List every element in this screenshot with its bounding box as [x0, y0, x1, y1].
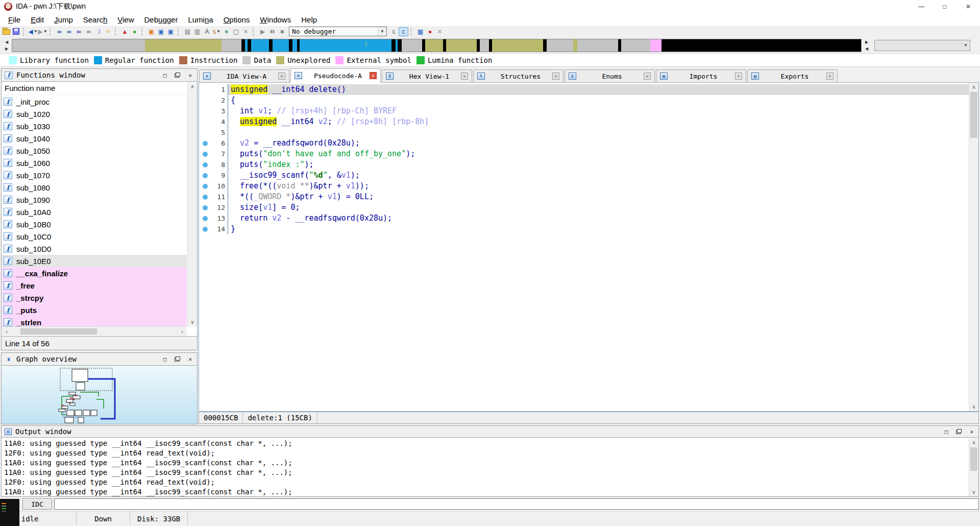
function-row[interactable]: fsub_1060: [2, 157, 187, 169]
menu-item-windows[interactable]: Windows: [255, 14, 296, 25]
tab-enums[interactable]: ≣Enums✕: [565, 69, 655, 82]
breakpoint-gutter[interactable]: [199, 84, 211, 95]
close-panel-icon[interactable]: ✕: [970, 429, 973, 435]
function-row[interactable]: f__cxa_finalize: [2, 267, 187, 279]
explore-icon[interactable]: ∗: [222, 27, 231, 36]
function-row[interactable]: fsub_1020: [2, 108, 187, 120]
output-vscrollbar[interactable]: ∧ ∨: [969, 438, 978, 496]
breakpoint-add-icon[interactable]: ●: [425, 27, 435, 36]
tab-ida-view-a[interactable]: ≡IDA View-A✕: [199, 69, 289, 82]
search-binoculars-imm-icon[interactable]: ∞: [74, 27, 84, 36]
graph-overview-minimap[interactable]: [2, 366, 197, 424]
maximize-panel-icon[interactable]: □: [945, 429, 948, 435]
maximize-button[interactable]: □: [933, 0, 957, 13]
menu-item-edit[interactable]: Edit: [26, 14, 49, 25]
float-panel-icon[interactable]: [175, 356, 180, 362]
function-row[interactable]: fsub_1090: [2, 194, 187, 206]
idc-language-button[interactable]: IDC: [22, 498, 52, 510]
function-row[interactable]: f_strlen: [2, 316, 187, 326]
breakpoint-gutter[interactable]: [199, 116, 211, 127]
function-row[interactable]: f_free: [2, 279, 187, 292]
hscroll-thumb[interactable]: [20, 328, 97, 334]
code-line[interactable]: 4 unsigned __int64 v2; // [rsp+8h] [rbp-…: [199, 116, 969, 127]
breakpoint-gutter[interactable]: [199, 224, 211, 234]
menu-item-options[interactable]: Options: [218, 14, 255, 25]
functions-column-header[interactable]: Function name: [2, 82, 197, 95]
run-script-icon[interactable]: c: [399, 27, 408, 36]
scroll-up-icon[interactable]: ∧: [969, 83, 978, 91]
pseudocode-vscrollbar[interactable]: ∧ ∨: [969, 83, 978, 411]
code-line[interactable]: 6 v2 = __readfsqword(0x28u);: [199, 138, 969, 149]
functions-hscrollbar[interactable]: ‹ ›: [2, 326, 187, 336]
vscroll-thumb[interactable]: [970, 92, 977, 138]
breakpoint-gutter[interactable]: [199, 149, 211, 159]
function-row[interactable]: fsub_1080: [2, 181, 187, 194]
save-icon[interactable]: [11, 27, 21, 36]
tab-exports[interactable]: ▤Exports✕: [747, 69, 838, 82]
function-row[interactable]: fsub_1050: [2, 145, 187, 157]
function-row[interactable]: fsub_10D0: [2, 243, 187, 255]
code-line[interactable]: 7 puts("don't have uaf and off_by_one");: [199, 149, 969, 159]
output-window-titlebar[interactable]: ≡ Output window □ ✕: [2, 426, 978, 438]
code-line[interactable]: 14}: [199, 224, 969, 234]
menu-item-jump[interactable]: Jump: [49, 14, 78, 25]
make-code-icon[interactable]: ▤: [183, 27, 192, 36]
breakpoint-gutter[interactable]: [199, 159, 211, 170]
functions-vscrollbar[interactable]: ∧ ∨: [187, 82, 197, 326]
navband-zoom-left-icon[interactable]: ◀: [863, 45, 870, 52]
scroll-up-icon[interactable]: ∧: [188, 82, 197, 91]
code-line[interactable]: 1unsigned __int64 delete(): [199, 84, 969, 95]
code-line[interactable]: 10 free(*((void **)&ptr + v1));: [199, 181, 969, 192]
breakpoint-gutter[interactable]: [199, 138, 211, 149]
function-row[interactable]: f_init_proc: [2, 95, 187, 108]
function-row[interactable]: fsub_1040: [2, 132, 187, 145]
tab-close-icon[interactable]: ✕: [370, 72, 377, 79]
tab-structures[interactable]: AStructures✕: [473, 69, 564, 82]
navband-scroll-left-icon[interactable]: ◀: [3, 39, 10, 45]
function-row[interactable]: fsub_10C0: [2, 230, 187, 243]
debug-stop-icon[interactable]: ■: [277, 27, 287, 36]
close-button[interactable]: ✕: [957, 0, 980, 13]
forward-icon[interactable]: ▶▼: [38, 27, 47, 36]
code-line[interactable]: 2{: [199, 95, 969, 106]
window-calc-icon[interactable]: ▣: [146, 27, 156, 36]
code-line[interactable]: 5: [199, 127, 969, 138]
breakpoint-dot-icon[interactable]: [203, 152, 208, 157]
navband-scroll-right-icon[interactable]: ▶: [3, 45, 10, 52]
scroll-up-icon[interactable]: ∧: [969, 438, 978, 447]
code-line[interactable]: 8 puts("index :");: [199, 159, 969, 170]
breakpoint-dot-icon[interactable]: [203, 184, 208, 189]
breakpoint-gutter[interactable]: [199, 127, 211, 138]
output-log[interactable]: 11A0: using guessed type __int64 __isoc9…: [2, 438, 968, 496]
breakpoint-gutter[interactable]: [199, 106, 211, 116]
debug-pause-icon[interactable]: ▮▮: [267, 27, 277, 36]
navband-zoom-right-icon[interactable]: ▶: [863, 39, 870, 45]
functions-window-titlebar[interactable]: f Functions window □ ✕: [2, 69, 197, 82]
search-binoculars-text-icon[interactable]: ∞: [64, 27, 74, 36]
pseudocode-view[interactable]: 1unsigned __int64 delete()2{3 int v1; //…: [199, 83, 979, 412]
code-line[interactable]: 3 int v1; // [rsp+4h] [rbp-Ch] BYREF: [199, 106, 969, 116]
breakpoint-dot-icon[interactable]: [203, 173, 208, 178]
navband-preset-combo[interactable]: ▼: [874, 40, 970, 51]
tab-close-icon[interactable]: ✕: [278, 73, 285, 80]
scroll-down-icon[interactable]: ∨: [969, 402, 978, 411]
graph-overview-titlebar[interactable]: ♜ Graph overview □ ✕: [2, 353, 197, 366]
breakpoint-gutter[interactable]: [199, 95, 211, 106]
maximize-panel-icon[interactable]: □: [163, 73, 167, 78]
key-icon[interactable]: ✧: [103, 27, 113, 36]
menu-item-lumina[interactable]: Lumina: [183, 14, 218, 25]
window-view-icon[interactable]: ▣: [156, 27, 166, 36]
breakpoint-dot-icon[interactable]: [203, 162, 208, 168]
back-icon[interactable]: ◀▼: [28, 27, 38, 36]
function-row[interactable]: fsub_10B0: [2, 218, 187, 230]
breakpoint-del-icon[interactable]: ✕: [435, 27, 445, 36]
attach-script-icon[interactable]: c: [389, 27, 399, 36]
menu-item-help[interactable]: Help: [296, 14, 322, 25]
tab-close-icon[interactable]: ✕: [644, 73, 651, 80]
breakpoint-gutter[interactable]: [199, 170, 211, 181]
menu-item-debugger[interactable]: Debugger: [139, 14, 183, 25]
minimize-button[interactable]: —: [910, 0, 933, 13]
function-row[interactable]: fsub_10E0: [2, 255, 187, 267]
make-string-icon[interactable]: s▼: [212, 27, 222, 36]
debugger-combo[interactable]: No debugger▼: [289, 27, 387, 36]
